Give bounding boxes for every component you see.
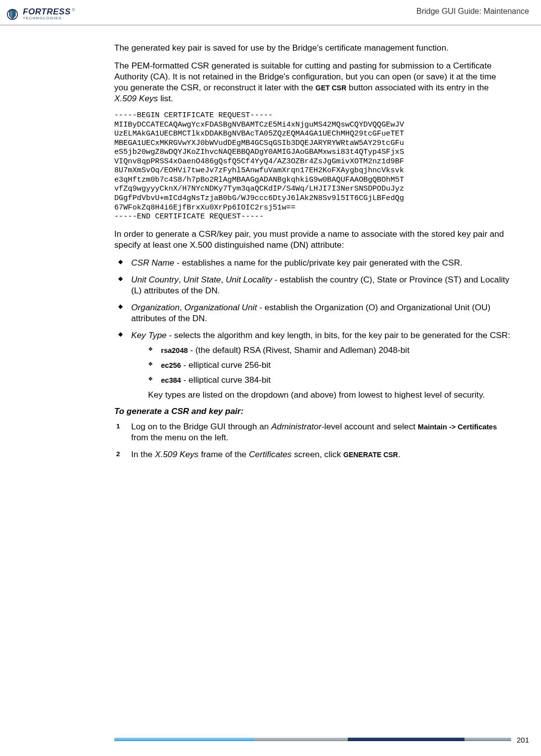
step-number: 2 [116,450,120,458]
intro-p1: The generated key pair is saved for use … [114,42,511,53]
attribute-list: CSR Name - establishes a name for the pu… [114,257,511,400]
procedure-steps: 1 Log on to the Bridge GUI through an Ad… [114,421,511,460]
text-run: - establishes a name for the public/priv… [174,258,463,268]
text-run: -level account and select [321,421,418,431]
key-type-options: rsa2048 - (the default) RSA (Rivest, Sha… [131,344,511,385]
field-key-type: Key Type [131,330,166,340]
text-run: button associated with its entry in the [346,82,489,92]
page-title: Bridge GUI Guide: Maintenance [416,6,529,16]
text-run: screen, click [292,449,343,459]
text-run: - (the default) RSA (Rivest, Shamir and … [188,345,409,355]
text-run: - elliptical curve 384-bit [181,375,271,385]
csr-pem-block: -----BEGIN CERTIFICATE REQUEST----- MIIB… [114,111,511,221]
registered-icon: ® [72,7,75,12]
intro-p2: The PEM-formatted CSR generated is suita… [114,60,511,104]
field-organization: Organization [131,302,179,312]
x509-keys-list: X.509 Keys [114,93,158,103]
screen-certificates: Certificates [249,449,292,459]
list-item: ec384 - elliptical curve 384-bit [131,374,511,385]
text-run: list. [158,93,173,103]
page-number: 201 [517,736,529,744]
text-run: from the menu on the left. [131,432,229,442]
text-run: - selects the algorithm and key length, … [166,330,510,340]
field-unit-state: Unit State [183,275,221,284]
role-administrator: Administrator [271,421,321,431]
menu-maintain-certificates: Maintain -> Certificates [418,423,497,431]
brand-main: FORTRESS [23,7,71,16]
field-unit-country: Unit Country [131,275,179,284]
option-rsa2048: rsa2048 [161,346,188,354]
after-block-text: In order to generate a CSR/key pair, you… [114,228,511,250]
option-ec256: ec256 [161,361,181,369]
page-header: FORTRESS® TECHNOLOGIES Bridge GUI Guide:… [0,0,541,25]
list-item: ec256 - elliptical curve 256-bit [131,359,511,370]
footer-decorative-bar [114,738,511,741]
text-run: Log on to the Bridge GUI through an [131,421,271,431]
brand-logo: FORTRESS® TECHNOLOGIES [4,6,75,23]
step-number: 1 [116,422,120,430]
field-csr-name: CSR Name [131,258,174,268]
frame-x509-keys: X.509 Keys [155,449,199,459]
text-run: , [179,275,184,284]
text-run: frame of the [199,449,249,459]
key-type-note: Key types are listed on the dropdown (an… [131,389,511,400]
generate-csr-button-label: GENERATE CSR [343,451,398,459]
main-content: The generated key pair is saved for use … [0,25,541,460]
step-2: 2 In the X.509 Keys frame of the Certifi… [114,449,511,460]
text-run: , [179,302,184,312]
procedure-heading: To generate a CSR and key pair: [114,406,511,417]
step-1: 1 Log on to the Bridge GUI through an Ad… [114,421,511,443]
list-item: Key Type - selects the algorithm and key… [114,330,511,400]
get-csr-label: GET CSR [315,84,346,92]
text-run: , [221,275,226,284]
field-org-unit: Organizational Unit [184,302,257,312]
option-ec384: ec384 [161,376,181,384]
list-item: rsa2048 - (the default) RSA (Rivest, Sha… [131,344,511,355]
text-run: In the [131,449,155,459]
list-item: CSR Name - establishes a name for the pu… [114,257,511,268]
list-item: Organization, Organizational Unit - esta… [114,302,511,324]
list-item: Unit Country, Unit State, Unit Locality … [114,274,511,296]
text-run: - elliptical curve 256-bit [181,360,271,370]
text-run: . [398,449,400,459]
field-unit-locality: Unit Locality [226,275,272,284]
fortress-shield-icon [4,6,21,23]
